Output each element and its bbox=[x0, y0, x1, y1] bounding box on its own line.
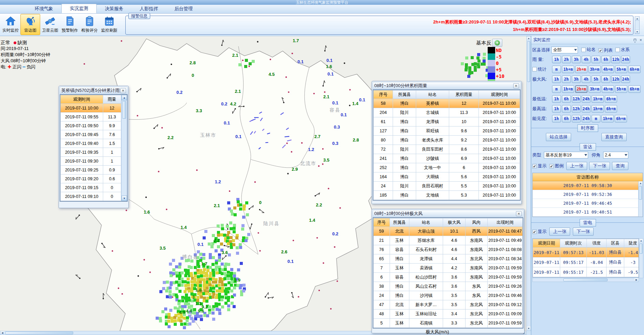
table-row[interactable]: 58博白英桥镇122019-07-11 10:00 bbox=[374, 99, 520, 108]
column-header-区县[interactable]: 区县 bbox=[607, 239, 624, 248]
table-row[interactable]: 2019-07-11 09:5511.3 bbox=[61, 113, 121, 121]
lightning-vscrollbar[interactable]: ▲ bbox=[639, 238, 643, 278]
interval-button-6h+m[interactable]: 6h+m bbox=[605, 105, 617, 113]
toolbar-button-检验评分[interactable]: 检验评分 bbox=[80, 14, 99, 35]
interval-button-12h[interactable]: 12h bbox=[572, 95, 581, 103]
alert-scroll-up[interactable]: ▲ bbox=[635, 17, 639, 21]
table-row[interactable]: 2019-07-1109:57:13-11.03博白县-1.4 bbox=[533, 248, 639, 257]
column-header-序号[interactable]: 序号 bbox=[374, 90, 393, 99]
table-row[interactable]: 164博白大垌镇5.62019-07-11 10:00 bbox=[374, 172, 520, 182]
interval-button-m[interactable]: m bbox=[552, 85, 561, 93]
close-icon[interactable]: × bbox=[640, 38, 642, 42]
column-header-陡度[interactable]: 陡度 bbox=[624, 239, 639, 248]
column-header-风向[interactable]: 风向 bbox=[465, 218, 487, 227]
column-header-站名[interactable]: 站名 bbox=[409, 218, 443, 227]
interval-button-4h+m[interactable]: 4h+m bbox=[602, 85, 614, 93]
checkbox-列表[interactable]: ✔列表 bbox=[598, 47, 613, 53]
column-header-所属县[interactable]: 所属县 bbox=[393, 90, 416, 99]
radar-list-item[interactable]: 2019-07-11 09:46:45 bbox=[533, 199, 643, 208]
table-row[interactable]: 38博白凤山立石村3.6东风2019-07-11 09:26 bbox=[374, 282, 523, 291]
table-row[interactable]: 7玉林卖酒镇4.2东南风2019-07-11 09:59 bbox=[374, 264, 523, 273]
lightning-hscrollbar[interactable]: ▶ bbox=[532, 278, 639, 282]
interval-button-4h[interactable]: 4h bbox=[582, 56, 591, 63]
district-select[interactable]: 全部 bbox=[551, 47, 578, 53]
map-scroll-left[interactable]: ◀ bbox=[0, 331, 4, 335]
alert-scroll-down[interactable]: ▼ bbox=[635, 30, 639, 34]
scroll-thumb[interactable] bbox=[122, 101, 126, 119]
query-button[interactable]: 查询 bbox=[612, 162, 628, 170]
column-header-观测时次[interactable]: 观测时次 bbox=[560, 239, 587, 248]
interval-button-1h+m[interactable]: 1h+m bbox=[592, 95, 604, 103]
station-select-button[interactable]: 站点选择 bbox=[546, 133, 571, 141]
close-icon[interactable]: ✕ bbox=[120, 88, 126, 93]
interval-button-2h[interactable]: 2h bbox=[562, 76, 571, 83]
lightning-hthumb[interactable] bbox=[563, 279, 608, 281]
column-header-强度[interactable]: 强度 bbox=[587, 239, 607, 248]
tab-后台管理[interactable]: 后台管理 bbox=[166, 4, 201, 13]
column-header-观测日期[interactable]: 观测日期 bbox=[533, 239, 560, 248]
radar-list-scrollbar[interactable]: ▲ bbox=[638, 181, 643, 217]
direct-query-button[interactable]: 直接查询 bbox=[601, 133, 627, 141]
checkbox-水系[interactable]: 水系 bbox=[615, 47, 630, 53]
table-row[interactable]: 2019-07-11 09:250.9 bbox=[61, 166, 121, 174]
radar-list-scroll-up[interactable]: ▲ bbox=[639, 181, 643, 185]
interval-button-6h[interactable]: 6h bbox=[562, 105, 571, 113]
toolbar-button-预警制作[interactable]: 预警制作 bbox=[60, 14, 80, 35]
map-scroll-down[interactable]: ▼ bbox=[527, 326, 531, 331]
interval-button-1h[interactable]: 1h bbox=[552, 95, 561, 103]
table-row[interactable]: 21玉林苏烟水库4.6东南风2019-07-11 09:49 bbox=[374, 236, 523, 245]
legend-add-button[interactable]: + bbox=[492, 39, 502, 47]
interval-button-6h[interactable]: 6h bbox=[562, 95, 571, 103]
tab-人影指挥[interactable]: 人影指挥 bbox=[131, 4, 166, 13]
next-image-button[interactable]: 下一张 bbox=[589, 162, 610, 170]
interval-button-6h[interactable]: 6h bbox=[601, 76, 610, 83]
column-header-雨量[interactable]: 雨量 bbox=[103, 95, 121, 104]
lightning-next-button[interactable]: 下一张 bbox=[573, 228, 594, 236]
panel-scrollbar[interactable]: ▲▼ bbox=[121, 95, 127, 201]
checkbox-lightning-show[interactable]: ✔显示 bbox=[532, 229, 547, 235]
table-row[interactable]: 241博白沙陂镇6.92019-07-11 10:00 bbox=[374, 154, 520, 163]
interval-button-1h[interactable]: 1h bbox=[552, 105, 561, 113]
table-row[interactable]: 2019-07-11 09:301 bbox=[61, 157, 121, 166]
table-row[interactable]: 2019-07-11 09:200.6 bbox=[61, 174, 121, 183]
interval-button-5h+m[interactable]: 5h+m bbox=[615, 66, 627, 73]
interval-button-12h[interactable]: 12h bbox=[611, 56, 620, 63]
lightning-vthumb[interactable] bbox=[640, 244, 643, 254]
table-row[interactable]: 2019-07-11 09:150 bbox=[61, 183, 121, 192]
radar-list-item[interactable]: 2019-07-11 09:40:51 bbox=[533, 208, 643, 217]
radar-list-thumb[interactable] bbox=[639, 186, 642, 200]
table-row[interactable]: 2019-07-11 09:351 bbox=[61, 148, 121, 157]
table-row[interactable]: 72陆川良田车田村8.62019-07-11 10:00 bbox=[374, 145, 520, 154]
column-header-所属县[interactable]: 所属县 bbox=[390, 218, 409, 227]
interval-button-1h[interactable]: 1h bbox=[552, 76, 561, 83]
lightning-prev-button[interactable]: 上一张 bbox=[549, 228, 570, 236]
column-header-站名[interactable]: 站名 bbox=[416, 90, 449, 99]
table-row[interactable]: 6容县松山沙田村3.6东南风2019-07-11 09:59 bbox=[374, 273, 523, 282]
interval-button-1h[interactable]: 1h bbox=[552, 56, 561, 63]
table-row[interactable]: 65博白龙潭镇4.4东北风2019-07-11 08:34 bbox=[374, 254, 523, 264]
interval-button-3h[interactable]: 3h bbox=[572, 56, 581, 63]
panel-title-bar[interactable]: 08时~10时00分钟累积雨量✕ bbox=[373, 82, 521, 89]
map-hscroll-thumb[interactable] bbox=[5, 332, 73, 334]
interval-button-3h+m[interactable]: 3h+m bbox=[588, 85, 601, 93]
interval-button-6h+m[interactable]: 6h+m bbox=[628, 66, 641, 73]
accumulated-rain-panel[interactable]: 08时~10时00分钟累积雨量✕序号所属县站名累积雨量观测时间58博白英桥镇12… bbox=[372, 81, 522, 204]
station-rain-panel[interactable]: 英桥镇(N5702)逐5分钟累计雨量✕观测时间雨量2019-07-11 10:0… bbox=[59, 86, 129, 208]
checkbox-radar-show[interactable]: ✔显示 bbox=[532, 163, 547, 169]
prev-image-button[interactable]: 上一张 bbox=[566, 162, 587, 170]
map-vertical-scrollbar[interactable]: ▲ ▼ bbox=[527, 36, 531, 331]
interval-button-6h[interactable]: 6h bbox=[601, 56, 610, 63]
table-row[interactable]: 2019-07-1109:55:17-8.04博白县-3 bbox=[533, 257, 639, 267]
interval-button-24h[interactable]: 24h bbox=[621, 76, 630, 83]
table-row[interactable]: 47北流新丰大罗…3.5东北风2019-07-11 09:12 bbox=[374, 300, 523, 309]
interval-button-3h+m[interactable]: 3h+m bbox=[588, 66, 601, 73]
pin-icon[interactable] bbox=[634, 39, 636, 41]
table-row[interactable]: 2019-07-11 10:0012 bbox=[61, 104, 121, 113]
elevation-select[interactable]: 2.4 bbox=[603, 152, 628, 158]
toolbar-button-雷达图[interactable]: 雷达图 bbox=[20, 14, 40, 35]
interval-button-2h+m[interactable]: 2h+m bbox=[575, 66, 587, 73]
interval-button-6h+m[interactable]: 6h+m bbox=[628, 85, 641, 93]
interval-button-3h[interactable]: 3h bbox=[572, 76, 581, 83]
interval-button-24h[interactable]: 24h bbox=[621, 56, 630, 63]
interval-button-6h+m[interactable]: 6h+m bbox=[605, 95, 617, 103]
